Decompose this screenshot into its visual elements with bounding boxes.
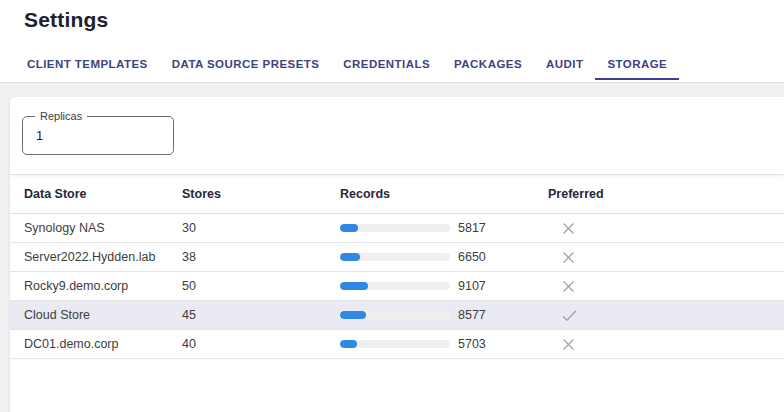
column-header-preferred: Preferred: [548, 187, 784, 201]
table-row[interactable]: DC01.demo.corp 40 5703: [10, 330, 784, 359]
data-store-name: DC01.demo.corp: [24, 337, 182, 351]
preferred-cell: [548, 279, 784, 294]
stores-count: 38: [182, 250, 340, 264]
preferred-cell: [548, 221, 784, 236]
records-bar-track: [340, 253, 450, 261]
records-bar-fill: [340, 311, 366, 319]
records-bar-track: [340, 340, 450, 348]
records-bar-fill: [340, 253, 360, 261]
records-count: 5703: [458, 337, 548, 351]
stores-count: 50: [182, 279, 340, 293]
tab-credentials[interactable]: CREDENTIALS: [331, 52, 442, 80]
tab-bar: CLIENT TEMPLATESDATA SOURCE PRESETSCREDE…: [15, 52, 679, 80]
check-icon: [561, 308, 578, 323]
tab-client-templates[interactable]: CLIENT TEMPLATES: [15, 52, 160, 80]
stores-count: 45: [182, 308, 340, 322]
stores-count: 30: [182, 221, 340, 235]
records-bar: [340, 340, 458, 348]
tab-storage[interactable]: STORAGE: [595, 52, 679, 80]
stores-count: 40: [182, 337, 340, 351]
records-bar-track: [340, 311, 450, 319]
replicas-input[interactable]: [23, 117, 173, 154]
records-bar-track: [340, 282, 450, 290]
column-header-records: Records: [340, 187, 458, 201]
table-row[interactable]: Cloud Store 45 8577: [10, 301, 784, 330]
x-icon: [561, 337, 576, 352]
column-header-data-store: Data Store: [24, 187, 182, 201]
records-count: 9107: [458, 279, 548, 293]
table-header-row: Data Store Stores Records Preferred: [10, 175, 784, 214]
records-bar-fill: [340, 224, 358, 232]
table-row[interactable]: Synology NAS 30 5817: [10, 214, 784, 243]
table-body: Synology NAS 30 5817 Server2022.Hydden.l…: [10, 214, 784, 359]
preferred-cell: [548, 308, 784, 323]
records-count: 5817: [458, 221, 548, 235]
storage-panel: Replicas Data Store Stores Records Prefe…: [10, 97, 784, 412]
table-row[interactable]: Rocky9.demo.corp 50 9107: [10, 272, 784, 301]
x-icon: [561, 221, 576, 236]
column-header-stores: Stores: [182, 187, 340, 201]
records-count: 8577: [458, 308, 548, 322]
preferred-cell: [548, 250, 784, 265]
tab-data-source-presets[interactable]: DATA SOURCE PRESETS: [160, 52, 332, 80]
table-row[interactable]: Server2022.Hydden.lab 38 6650: [10, 243, 784, 272]
preferred-cell: [548, 337, 784, 352]
tab-audit[interactable]: AUDIT: [534, 52, 595, 80]
records-count: 6650: [458, 250, 548, 264]
records-bar: [340, 224, 458, 232]
records-bar: [340, 253, 458, 261]
records-bar: [340, 311, 458, 319]
x-icon: [561, 279, 576, 294]
replicas-form-section: Replicas: [10, 97, 784, 175]
page-title: Settings: [24, 8, 108, 32]
data-store-name: Synology NAS: [24, 221, 182, 235]
records-bar-fill: [340, 340, 357, 348]
data-store-name: Server2022.Hydden.lab: [24, 250, 182, 264]
records-bar-fill: [340, 282, 368, 290]
data-store-name: Rocky9.demo.corp: [24, 279, 182, 293]
topbar: Settings CLIENT TEMPLATESDATA SOURCE PRE…: [0, 0, 784, 83]
settings-screen: Settings CLIENT TEMPLATESDATA SOURCE PRE…: [0, 0, 784, 412]
records-bar-track: [340, 224, 450, 232]
x-icon: [561, 250, 576, 265]
replicas-field: Replicas: [22, 116, 174, 155]
tab-packages[interactable]: PACKAGES: [442, 52, 534, 80]
records-bar: [340, 282, 458, 290]
data-store-name: Cloud Store: [24, 308, 182, 322]
